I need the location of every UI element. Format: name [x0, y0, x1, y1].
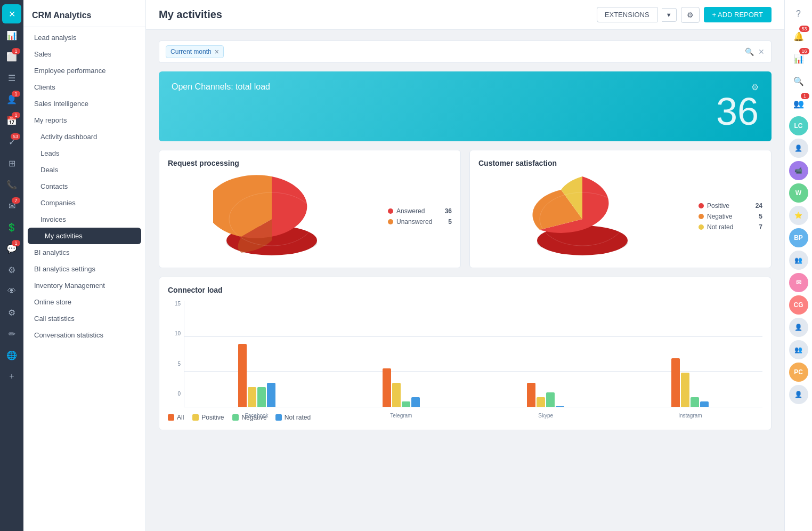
- avatar-mail[interactable]: ✉: [789, 273, 808, 292]
- avatar-group2[interactable]: 👥: [789, 340, 808, 359]
- users-icon[interactable]: 👥1: [789, 94, 808, 113]
- analytics-icon[interactable]: 📊16: [789, 49, 808, 68]
- sidebar-item-my-activities[interactable]: My activities: [28, 228, 141, 244]
- sidebar-item-sales-intelligence[interactable]: Sales Intelligence: [23, 95, 145, 112]
- avatar-bp[interactable]: BP: [789, 228, 808, 247]
- open-channels-title: Open Channels: total load: [172, 82, 270, 92]
- sidebar-item-deals[interactable]: Deals: [23, 162, 145, 178]
- request-processing-title: Request processing: [168, 159, 452, 167]
- calendar-icon[interactable]: 📅1: [2, 111, 21, 130]
- settings-icon[interactable]: ⚙: [2, 260, 21, 279]
- bar-group-label: Facebook: [245, 413, 269, 419]
- notification-bell-icon[interactable]: 🔔53: [789, 27, 808, 46]
- page-header: My activities EXTENSIONS ▼ ⚙ + ADD REPOR…: [146, 0, 784, 30]
- sidebar-item-my-reports[interactable]: My reports: [23, 112, 145, 128]
- eye-icon[interactable]: 👁: [2, 281, 21, 301]
- legend-item: Positive24: [699, 202, 762, 210]
- customer-satisfaction-content: Positive24Negative5Not rated7: [478, 174, 762, 259]
- page-title: My activities: [159, 9, 222, 21]
- dollar-icon[interactable]: 💲: [2, 218, 21, 237]
- bar: [546, 392, 555, 407]
- sidebar-item-lead-analysis[interactable]: Lead analysis: [23, 29, 145, 46]
- sidebar-item-bi-analytics-settings[interactable]: BI analytics settings: [23, 261, 145, 277]
- sidebar-item-clients[interactable]: Clients: [23, 79, 145, 95]
- sidebar-item-sales[interactable]: Sales: [23, 46, 145, 62]
- phone-icon[interactable]: 📞: [2, 175, 21, 194]
- help-icon[interactable]: ?: [789, 4, 808, 23]
- bar: [392, 383, 401, 407]
- request-processing-legend: Answered36Unanswered5: [388, 207, 452, 226]
- settings-button[interactable]: ⚙: [681, 7, 700, 23]
- sidebar-item-inventory-management[interactable]: Inventory Management: [23, 277, 145, 294]
- square-icon[interactable]: ⬜1: [2, 47, 21, 66]
- filter-close-icon[interactable]: ✕: [758, 47, 765, 56]
- bar: [556, 406, 564, 407]
- sidebar-item-conversation-statistics[interactable]: Conversation statistics: [23, 327, 145, 343]
- open-channels-card: Open Channels: total load ⚙ 36: [159, 71, 772, 141]
- filter-tag-label: Current month: [170, 48, 212, 55]
- sidebar-item-call-statistics[interactable]: Call statistics: [23, 310, 145, 327]
- extensions-button[interactable]: EXTENSIONS: [597, 7, 657, 22]
- sidebar-item-leads[interactable]: Leads: [23, 145, 145, 162]
- avatar-star[interactable]: ⭐: [789, 206, 808, 225]
- sidebar-item-activity-dashboard[interactable]: Activity dashboard: [23, 128, 145, 145]
- filter-bar: Current month × 🔍 ✕: [159, 41, 772, 63]
- avatar-pc[interactable]: PC: [789, 363, 808, 382]
- request-processing-content: Answered36Unanswered5: [168, 174, 452, 259]
- bar: [257, 387, 266, 407]
- legend-item: Answered36: [388, 207, 452, 215]
- filter-tag-remove[interactable]: ×: [215, 47, 219, 56]
- sidebar-item-companies[interactable]: Companies: [23, 195, 145, 211]
- add-report-button[interactable]: + ADD REPORT: [704, 7, 772, 22]
- customer-satisfaction-legend: Positive24Negative5Not rated7: [699, 202, 762, 231]
- bar: [691, 397, 699, 407]
- open-channels-value: 36: [716, 92, 759, 131]
- avatar-group[interactable]: 👥: [789, 251, 808, 270]
- settings2-icon[interactable]: ⚙: [2, 303, 21, 322]
- connector-load-chart: 15 10 5 0 FacebookTelegramSkypeInstagram: [168, 301, 762, 407]
- avatar-img1[interactable]: 👤: [789, 139, 808, 158]
- sidebar: CRM Analytics Lead analysisSalesEmployee…: [23, 0, 146, 531]
- bar-group-facebook: Facebook: [184, 313, 329, 407]
- filter-search-icon: 🔍: [745, 47, 754, 56]
- bar-group-label: Telegram: [390, 413, 412, 419]
- sidebar-item-online-store[interactable]: Online store: [23, 294, 145, 310]
- sidebar-item-contacts[interactable]: Contacts: [23, 178, 145, 195]
- check-icon[interactable]: ✓53: [2, 132, 21, 151]
- chart-icon[interactable]: 📊: [2, 26, 21, 45]
- add-icon[interactable]: +: [2, 367, 21, 386]
- sidebar-item-invoices[interactable]: Invoices: [23, 211, 145, 228]
- grid-icon[interactable]: ⊞: [2, 154, 21, 173]
- pencil-icon[interactable]: ✏: [2, 324, 21, 343]
- main-content: My activities EXTENSIONS ▼ ⚙ + ADD REPOR…: [146, 0, 784, 531]
- list-icon[interactable]: ☰: [2, 68, 21, 87]
- sidebar-item-bi-analytics[interactable]: BI analytics: [23, 244, 145, 261]
- extensions-dropdown-button[interactable]: ▼: [662, 8, 677, 22]
- avatar-img3[interactable]: 👤: [789, 385, 808, 404]
- bar-group-label: Skype: [538, 413, 553, 419]
- connector-load-title: Connector load: [168, 286, 762, 294]
- bar: [248, 387, 256, 407]
- filter-tag[interactable]: Current month ×: [166, 45, 224, 58]
- email-icon[interactable]: ✉7: [2, 196, 21, 215]
- close-icon[interactable]: ✕: [2, 4, 21, 23]
- app-title: CRM Analytics: [23, 4, 145, 27]
- bar-group-label: Instagram: [678, 413, 702, 419]
- customer-satisfaction-pie: [478, 174, 686, 259]
- avatar-w[interactable]: W: [789, 183, 808, 203]
- legend-item: Unanswered5: [388, 218, 452, 226]
- legend-item: Negative5: [699, 213, 762, 220]
- charts-row: Request processing: [159, 150, 772, 268]
- chat-icon[interactable]: 💬1: [2, 239, 21, 258]
- avatar-cg[interactable]: CG: [789, 295, 808, 315]
- search-icon[interactable]: 🔍: [789, 71, 808, 91]
- avatar-video[interactable]: 📹: [789, 161, 808, 180]
- bar: [527, 383, 535, 407]
- bar-legend-item: Not rated: [275, 414, 311, 421]
- sidebar-item-employee-performance[interactable]: Employee performance: [23, 62, 145, 79]
- person-icon[interactable]: 👤1: [2, 90, 21, 109]
- avatar-lc[interactable]: LC: [789, 116, 808, 135]
- globe-icon[interactable]: 🌐: [2, 345, 21, 365]
- bar: [383, 368, 391, 407]
- avatar-img2[interactable]: 👤: [789, 318, 808, 337]
